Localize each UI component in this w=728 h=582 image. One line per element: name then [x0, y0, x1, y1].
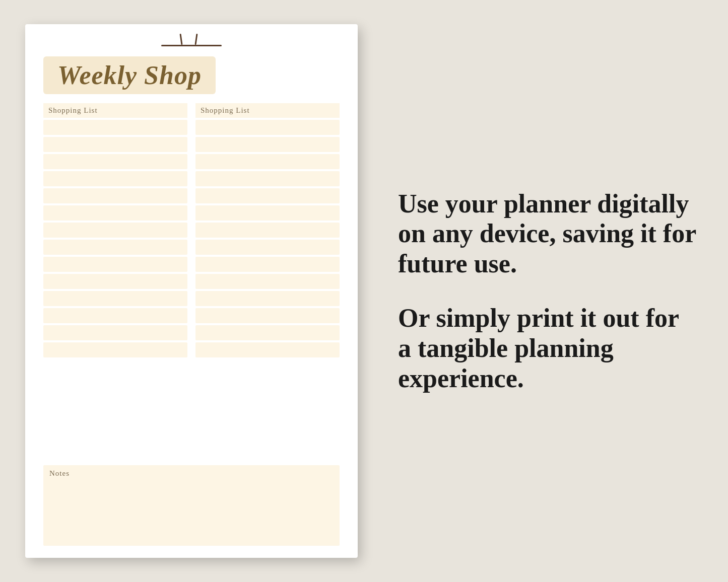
title-section: Weekly Shop	[25, 51, 358, 103]
clip-bar	[161, 45, 222, 46]
list-row	[195, 325, 340, 340]
title-badge: Weekly Shop	[43, 56, 216, 94]
lists-container: Shopping List	[25, 103, 358, 457]
list-row	[195, 188, 340, 203]
list-row	[43, 342, 187, 357]
list-row	[195, 223, 340, 238]
page-title: Weekly Shop	[57, 61, 202, 90]
list-row	[195, 291, 340, 306]
list-row	[195, 274, 340, 289]
list-row	[43, 120, 187, 135]
list-row	[43, 240, 187, 255]
list-row	[195, 240, 340, 255]
list-row	[43, 171, 187, 186]
left-panel: Weekly Shop Shopping List	[0, 0, 383, 582]
list-row	[43, 188, 187, 203]
list-row	[43, 308, 187, 323]
list-rows-left	[43, 120, 187, 357]
list-rows-right	[195, 120, 340, 357]
list-row	[195, 257, 340, 272]
notes-section: Notes	[25, 457, 358, 546]
list-row	[195, 154, 340, 169]
list-row	[43, 154, 187, 169]
shopping-list-left: Shopping List	[43, 103, 187, 457]
shopping-list-right: Shopping List	[195, 103, 340, 457]
notes-box: Notes	[43, 465, 340, 546]
list-row	[43, 325, 187, 340]
list-row	[43, 205, 187, 221]
promo-text-2: Or simply print it out for a tangible pl…	[398, 303, 698, 393]
clip-prong-right	[194, 34, 197, 45]
planner-page: Weekly Shop Shopping List	[25, 24, 358, 558]
list-row	[43, 137, 187, 152]
list-row	[195, 120, 340, 135]
list-row	[43, 257, 187, 272]
shopping-list-header-right: Shopping List	[195, 103, 340, 118]
clipboard-clip	[25, 24, 358, 51]
notes-label: Notes	[49, 469, 334, 478]
list-row	[195, 171, 340, 186]
list-row	[195, 205, 340, 221]
list-row	[195, 308, 340, 323]
list-row	[195, 137, 340, 152]
promo-text-1: Use your planner digitally on any device…	[398, 189, 698, 279]
list-row	[43, 291, 187, 306]
list-row	[43, 274, 187, 289]
right-panel: Use your planner digitally on any device…	[383, 0, 728, 582]
shopping-list-header-left: Shopping List	[43, 103, 187, 118]
clip-prong-left	[179, 34, 182, 45]
list-row	[195, 342, 340, 357]
list-row	[43, 223, 187, 238]
